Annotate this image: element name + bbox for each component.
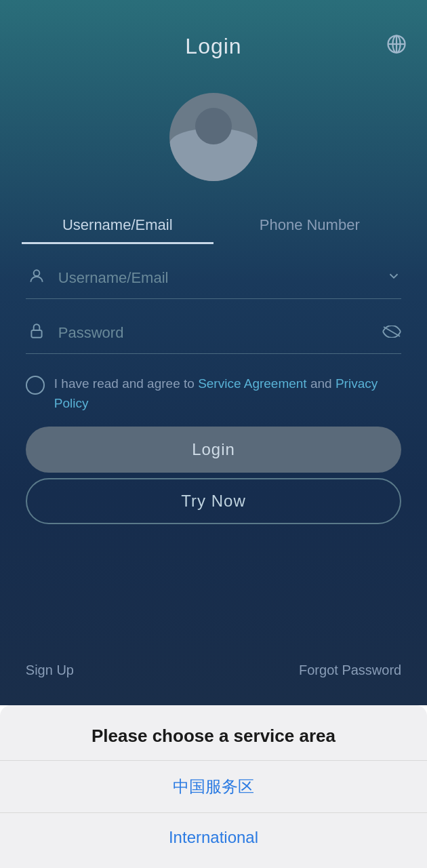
- globe-icon[interactable]: [386, 34, 407, 59]
- forgot-password-button[interactable]: Forgot Password: [299, 663, 401, 678]
- lock-icon: [26, 322, 47, 344]
- try-now-button[interactable]: Try Now: [26, 478, 401, 524]
- username-input-row: [26, 258, 401, 299]
- person-icon: [26, 267, 47, 289]
- sign-up-button[interactable]: Sign Up: [26, 663, 74, 678]
- bottom-links: Sign Up Forgot Password: [26, 642, 401, 705]
- agreement-row: I have read and agree to Service Agreeme…: [26, 368, 401, 420]
- service-area-sheet: Please choose a service area 中国服务区 Inter…: [0, 705, 427, 868]
- avatar-head: [195, 108, 232, 144]
- login-tabs: Username/Email Phone Number: [22, 208, 406, 244]
- tab-phone-number[interactable]: Phone Number: [214, 208, 406, 244]
- sheet-title: Please choose a service area: [78, 705, 349, 760]
- agreement-text: I have read and agree to Service Agreeme…: [54, 374, 401, 413]
- international-option[interactable]: International: [0, 813, 427, 862]
- login-form: I have read and agree to Service Agreeme…: [26, 258, 401, 420]
- agreement-checkbox[interactable]: [26, 376, 45, 395]
- header: Login: [0, 0, 427, 73]
- svg-rect-5: [31, 330, 41, 338]
- password-input-row: [26, 313, 401, 354]
- tab-username-email[interactable]: Username/Email: [22, 208, 214, 244]
- svg-point-4: [33, 270, 39, 276]
- eye-slash-icon[interactable]: [382, 324, 401, 342]
- dropdown-chevron-icon[interactable]: [386, 269, 401, 288]
- password-input[interactable]: [58, 324, 371, 342]
- service-agreement-link[interactable]: Service Agreement: [198, 376, 307, 391]
- china-service-option[interactable]: 中国服务区: [0, 761, 427, 812]
- login-button[interactable]: Login: [26, 427, 401, 473]
- avatar-container: [169, 93, 258, 181]
- page-title: Login: [185, 34, 241, 59]
- login-background: Login Username/Email Phone Number: [0, 0, 427, 705]
- username-email-input[interactable]: [58, 269, 375, 287]
- avatar: [169, 93, 258, 181]
